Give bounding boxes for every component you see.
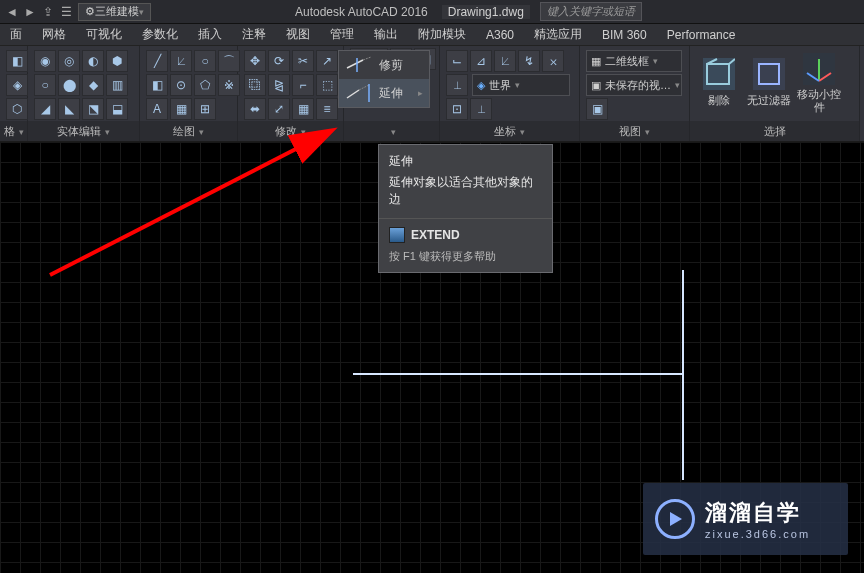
- ribbon-icon[interactable]: ◉: [34, 50, 56, 72]
- quick-access-toolbar: ◄ ► ⇪ ☰: [4, 4, 74, 20]
- saved-view-dropdown[interactable]: ▣未保存的视…▾: [586, 74, 682, 96]
- file-name: Drawing1.dwg: [442, 5, 530, 19]
- ribbon-icon[interactable]: ※: [218, 74, 240, 96]
- arrow-right-icon[interactable]: ►: [22, 4, 38, 20]
- ribbon-tabs: 面 网格 可视化 参数化 插入 注释 视图 管理 输出 附加模块 A360 精选…: [0, 24, 864, 46]
- trim-extend-flyout: 修剪 延伸 ▸: [338, 50, 430, 108]
- share-icon[interactable]: ⇪: [40, 4, 56, 20]
- ribbon-icon[interactable]: ⊞: [194, 98, 216, 120]
- svg-rect-0: [707, 64, 729, 84]
- ucs-icon[interactable]: ⟂: [470, 98, 492, 120]
- panel-title-solid-edit[interactable]: 实体编辑: [28, 121, 139, 141]
- ribbon-icon[interactable]: ⬚: [316, 74, 338, 96]
- ucs-icon[interactable]: ⟂: [446, 74, 468, 96]
- tab-view[interactable]: 视图: [276, 23, 320, 46]
- ribbon-icon[interactable]: ◈: [6, 74, 28, 96]
- nofilter-button[interactable]: 无过滤器: [746, 50, 792, 116]
- gizmo-button[interactable]: 移动小控件: [796, 50, 842, 116]
- ribbon-icon[interactable]: ○: [34, 74, 56, 96]
- ribbon-icon[interactable]: ▥: [106, 74, 128, 96]
- svg-line-9: [363, 57, 371, 60]
- tab-bim360[interactable]: BIM 360: [592, 25, 657, 45]
- title-bar: ◄ ► ⇪ ☰ ⚙ 三维建模 ▾ Autodesk AutoCAD 2016 D…: [0, 0, 864, 24]
- ucs-icon[interactable]: ⌙: [446, 50, 468, 72]
- filter-icon: [753, 58, 785, 90]
- fillet-icon[interactable]: ⌐: [292, 74, 314, 96]
- polyline-icon[interactable]: ⟀: [170, 50, 192, 72]
- tab-featured[interactable]: 精选应用: [524, 23, 592, 46]
- app-title: Autodesk AutoCAD 2016: [295, 5, 428, 19]
- flyout-extend[interactable]: 延伸 ▸: [339, 79, 429, 107]
- tooltip-title: 延伸: [389, 153, 542, 170]
- world-ucs-dropdown[interactable]: ◈ 世界 ▾: [472, 74, 570, 96]
- mirror-icon[interactable]: ⧎: [268, 74, 290, 96]
- ribbon-icon[interactable]: ⊙: [170, 74, 192, 96]
- ribbon-icon[interactable]: ↗: [316, 50, 338, 72]
- ribbon-icon[interactable]: ⬔: [82, 98, 104, 120]
- arc-icon[interactable]: ⌒: [218, 50, 240, 72]
- tab-addins[interactable]: 附加模块: [408, 23, 476, 46]
- svg-line-5: [819, 73, 831, 81]
- ucs-icon[interactable]: ⨉: [542, 50, 564, 72]
- ribbon-icon[interactable]: ⬢: [106, 50, 128, 72]
- visual-style-dropdown[interactable]: ▦二维线框▾: [586, 50, 682, 72]
- ribbon-icon[interactable]: ◣: [58, 98, 80, 120]
- ribbon-icon[interactable]: A: [146, 98, 168, 120]
- ribbon-icon[interactable]: ◧: [6, 50, 28, 72]
- panel-title-grid[interactable]: 格: [0, 121, 27, 141]
- tab-annotate[interactable]: 注释: [232, 23, 276, 46]
- stretch-icon[interactable]: ⬌: [244, 98, 266, 120]
- copy-icon[interactable]: ⿻: [244, 74, 266, 96]
- print-icon[interactable]: ☰: [58, 4, 74, 20]
- tab-performance[interactable]: Performance: [657, 25, 746, 45]
- panel-title-modify[interactable]: 修改: [238, 121, 343, 141]
- ribbon-icon[interactable]: ◧: [146, 74, 168, 96]
- circle-icon[interactable]: ○: [194, 50, 216, 72]
- panel-title-coord[interactable]: 坐标: [440, 121, 579, 141]
- ucs-icon[interactable]: ⊿: [470, 50, 492, 72]
- ribbon-icon[interactable]: ⬓: [106, 98, 128, 120]
- ribbon-icon[interactable]: ◎: [58, 50, 80, 72]
- ribbon-icon[interactable]: ◐: [82, 50, 104, 72]
- tab-manage[interactable]: 管理: [320, 23, 364, 46]
- view-icon[interactable]: ▣: [586, 98, 608, 120]
- ribbon-icon[interactable]: ▦: [170, 98, 192, 120]
- ribbon-icon[interactable]: ◢: [34, 98, 56, 120]
- panel-title-section[interactable]: [344, 121, 439, 141]
- svg-line-11: [359, 85, 369, 90]
- tab-mesh[interactable]: 网格: [32, 23, 76, 46]
- tab-visualize[interactable]: 可视化: [76, 23, 132, 46]
- ucs-icon[interactable]: ⟀: [494, 50, 516, 72]
- cull-button[interactable]: 剔除: [696, 50, 742, 116]
- ribbon-icon[interactable]: ◆: [82, 74, 104, 96]
- tab-output[interactable]: 输出: [364, 23, 408, 46]
- rotate-icon[interactable]: ⟳: [268, 50, 290, 72]
- ribbon-icon[interactable]: ⬤: [58, 74, 80, 96]
- ucs-icon[interactable]: ⊡: [446, 98, 468, 120]
- svg-marker-15: [670, 512, 682, 526]
- tab-surface[interactable]: 面: [0, 23, 32, 46]
- panel-title-draw[interactable]: 绘图: [140, 121, 237, 141]
- tab-a360[interactable]: A360: [476, 25, 524, 45]
- panel-title-view[interactable]: 视图: [580, 121, 689, 141]
- trim-icon: [345, 56, 373, 74]
- flyout-trim[interactable]: 修剪: [339, 51, 429, 79]
- tab-parametric[interactable]: 参数化: [132, 23, 188, 46]
- ribbon-icon[interactable]: ≡: [316, 98, 338, 120]
- ucs-icon[interactable]: ↯: [518, 50, 540, 72]
- cull-icon: [703, 58, 735, 90]
- ribbon-icon[interactable]: ⬠: [194, 74, 216, 96]
- line-icon[interactable]: ╱: [146, 50, 168, 72]
- scale-icon[interactable]: ⤢: [268, 98, 290, 120]
- watermark-url: zixue.3d66.com: [705, 528, 810, 540]
- move-icon[interactable]: ✥: [244, 50, 266, 72]
- ribbon-icon[interactable]: ⬡: [6, 98, 28, 120]
- arrow-left-icon[interactable]: ◄: [4, 4, 20, 20]
- tab-insert[interactable]: 插入: [188, 23, 232, 46]
- trim-icon[interactable]: ✂: [292, 50, 314, 72]
- workspace-dropdown[interactable]: ⚙ 三维建模 ▾: [78, 3, 151, 21]
- array-icon[interactable]: ▦: [292, 98, 314, 120]
- search-box[interactable]: 键入关键字或短语: [540, 2, 642, 21]
- svg-rect-3: [759, 64, 779, 84]
- watermark: 溜溜自学 zixue.3d66.com: [643, 483, 848, 555]
